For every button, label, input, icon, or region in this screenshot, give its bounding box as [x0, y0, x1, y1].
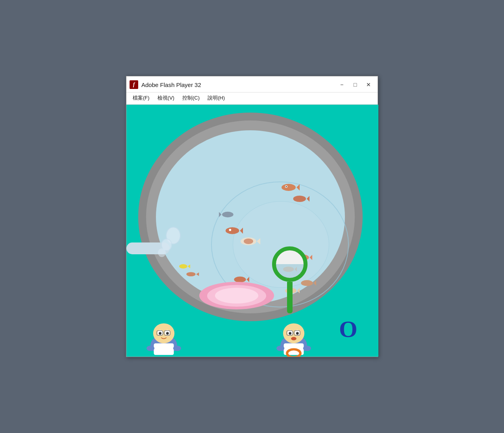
character-right [272, 313, 315, 357]
svg-marker-5 [307, 196, 309, 202]
fish-yellow [178, 262, 190, 271]
svg-marker-13 [257, 238, 260, 244]
svg-point-49 [291, 337, 296, 340]
window-title: Adobe Flash Player 32 [141, 81, 336, 88]
svg-point-6 [222, 212, 233, 217]
svg-point-33 [166, 332, 169, 335]
svg-marker-15 [309, 255, 312, 260]
menu-file[interactable]: 檔案(F) [129, 93, 154, 103]
svg-rect-37 [154, 343, 174, 355]
magnifier-lens [272, 246, 308, 282]
magnifier-handle [287, 282, 293, 313]
character-left [142, 313, 185, 357]
svg-point-45 [296, 332, 299, 335]
svg-marker-1 [296, 184, 300, 191]
maximize-button[interactable]: □ [349, 80, 361, 90]
close-button[interactable]: ✕ [363, 80, 374, 90]
svg-marker-19 [313, 280, 316, 285]
window-controls: − □ ✕ [336, 80, 374, 90]
svg-point-38 [146, 346, 154, 351]
svg-point-3 [286, 186, 287, 187]
svg-marker-7 [219, 212, 221, 217]
flash-letter: f [133, 81, 135, 88]
application-window: f Adobe Flash Player 32 − □ ✕ 檔案(F) 檢視(V… [126, 76, 378, 357]
menu-control[interactable]: 控制(C) [178, 93, 204, 103]
fish-2 [292, 193, 309, 204]
svg-point-32 [159, 332, 161, 335]
menu-help[interactable]: 說明(H) [204, 93, 229, 103]
net-center [215, 288, 258, 303]
svg-point-12 [244, 239, 253, 244]
menu-bar: 檔案(F) 檢視(V) 控制(C) 說明(H) [126, 93, 378, 105]
svg-marker-27 [196, 272, 199, 276]
svg-point-39 [173, 346, 181, 351]
svg-point-44 [289, 332, 291, 335]
minimize-button[interactable]: − [336, 80, 348, 90]
fishing-net [199, 282, 274, 317]
svg-point-8 [226, 227, 239, 234]
svg-point-4 [293, 196, 306, 202]
menu-view[interactable]: 檢視(V) [154, 93, 178, 103]
svg-point-53 [303, 346, 311, 351]
title-bar: f Adobe Flash Player 32 − □ ✕ [126, 76, 378, 93]
bubble-small [158, 248, 166, 257]
svg-point-0 [282, 184, 296, 191]
svg-point-24 [179, 264, 187, 268]
svg-marker-25 [188, 265, 190, 268]
svg-point-26 [186, 272, 195, 276]
game-canvas[interactable]: O [126, 105, 378, 357]
fish-10 [185, 270, 199, 279]
fish-1 [280, 181, 300, 193]
app-icon: f [130, 80, 138, 89]
pond-water [156, 130, 345, 303]
svg-marker-9 [240, 228, 243, 233]
magnifier [272, 246, 308, 313]
svg-point-10 [229, 229, 231, 231]
fish-3 [219, 209, 235, 220]
blue-o-logo: O [339, 317, 367, 345]
svg-point-52 [276, 346, 284, 351]
svg-marker-23 [246, 277, 249, 282]
fish-center [239, 235, 260, 248]
